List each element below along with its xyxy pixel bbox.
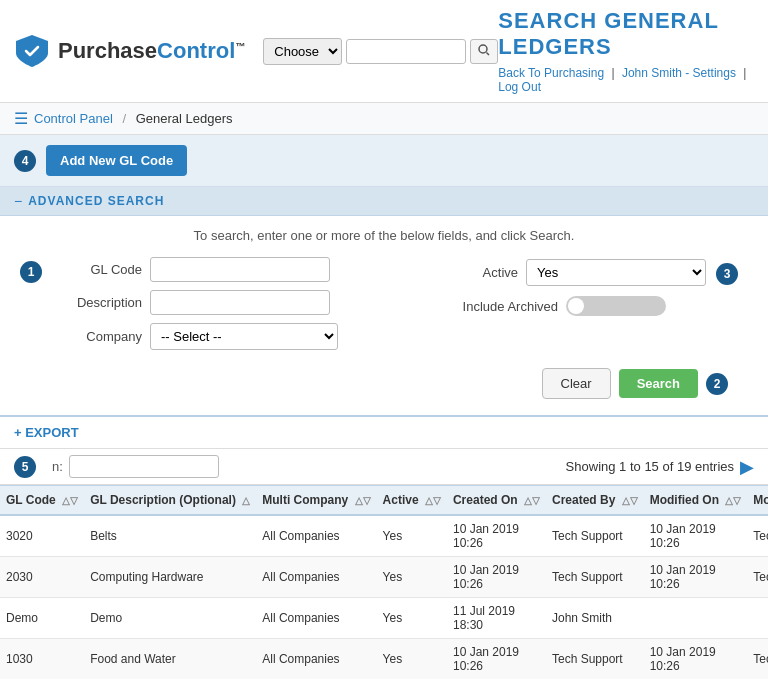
sort-icon-glcode: △▽	[62, 495, 78, 506]
add-new-gl-code-button[interactable]: Add New GL Code	[46, 145, 187, 176]
search-badge-2: 2	[706, 373, 728, 395]
col-header-createdon[interactable]: Created On △▽	[447, 486, 546, 516]
cell-createdby: Tech Support	[546, 639, 644, 680]
cell-multi: All Companies	[256, 639, 376, 680]
table-body: 3020BeltsAll CompaniesYes10 Jan 2019 10:…	[0, 515, 768, 679]
include-archived-toggle[interactable]	[566, 296, 666, 316]
cell-modifiedby: Tech Support	[747, 515, 768, 557]
breadcrumb-control-panel[interactable]: Control Panel	[34, 111, 113, 126]
col-header-createdby[interactable]: Created By △▽	[546, 486, 644, 516]
cell-createdon: 10 Jan 2019 10:26	[447, 639, 546, 680]
cell-active: Yes	[377, 515, 447, 557]
cell-glcode: 1030	[0, 639, 84, 680]
col-header-active[interactable]: Active △▽	[377, 486, 447, 516]
back-to-purchasing-link[interactable]: Back To Purchasing	[498, 66, 604, 80]
results-info: Showing 1 to 15 of 19 entries ▶	[566, 456, 754, 478]
action-bar: 4 Add New GL Code	[0, 135, 768, 187]
header-nav-links: Back To Purchasing | John Smith - Settin…	[498, 66, 754, 94]
results-search-label: n:	[52, 459, 63, 474]
cell-createdon: 11 Jul 2019 18:30	[447, 598, 546, 639]
results-badge-5: 5	[14, 456, 36, 478]
cell-desc: Computing Hardware	[84, 557, 256, 598]
export-bar: + EXPORT	[0, 417, 768, 449]
results-bar: 5 n: Showing 1 to 15 of 19 entries ▶	[0, 449, 768, 485]
include-archived-label: Include Archived	[458, 299, 558, 314]
company-select[interactable]: -- Select --	[150, 323, 338, 350]
sort-icon-desc: △	[242, 495, 250, 506]
results-table-container: GL Code △▽ GL Description (Optional) △ M…	[0, 485, 768, 679]
svg-line-1	[487, 52, 490, 55]
table-row[interactable]: 2030Computing HardwareAll CompaniesYes10…	[0, 557, 768, 598]
cell-desc: Belts	[84, 515, 256, 557]
svg-point-0	[479, 45, 487, 53]
breadcrumb-current: General Ledgers	[136, 111, 233, 126]
company-label: Company	[52, 329, 142, 344]
results-search-input[interactable]	[69, 455, 219, 478]
cell-glcode: 2030	[0, 557, 84, 598]
global-search-input[interactable]	[346, 39, 466, 64]
search-hint: To search, enter one or more of the belo…	[20, 228, 748, 243]
search-form-right: Active Yes No All Include Archived	[458, 257, 748, 358]
cell-modifiedon	[644, 598, 748, 639]
cell-modifiedon: 10 Jan 2019 10:26	[644, 639, 748, 680]
search-form-left: GL Code Description Company -- Select --	[52, 257, 428, 358]
cell-createdby: Tech Support	[546, 515, 644, 557]
search-type-dropdown[interactable]: Choose	[263, 38, 342, 65]
col-header-modifiedby[interactable]: Modified By △▽	[747, 486, 768, 516]
results-count: Showing 1 to 15 of 19 entries	[566, 459, 734, 474]
sort-icon-multi: △▽	[355, 495, 371, 506]
global-search-button[interactable]	[470, 39, 498, 64]
form-badge-3: 3	[716, 263, 738, 285]
cell-desc: Food and Water	[84, 639, 256, 680]
results-search-area: 5 n:	[14, 455, 219, 478]
cell-modifiedon: 10 Jan 2019 10:26	[644, 557, 748, 598]
form-badge-1: 1	[20, 261, 42, 283]
col-header-desc[interactable]: GL Description (Optional) △	[84, 486, 256, 516]
cell-glcode: 3020	[0, 515, 84, 557]
logo-shield-icon	[14, 33, 50, 69]
search-button[interactable]: Search	[619, 369, 698, 398]
cell-active: Yes	[377, 557, 447, 598]
description-label: Description	[52, 295, 142, 310]
sort-icon-createdon: △▽	[524, 495, 540, 506]
advanced-search-body: To search, enter one or more of the belo…	[0, 216, 768, 417]
cell-multi: All Companies	[256, 598, 376, 639]
logout-link[interactable]: Log Out	[498, 80, 541, 94]
description-input[interactable]	[150, 290, 330, 315]
sort-icon-active: △▽	[425, 495, 441, 506]
col-header-multi[interactable]: Multi Company △▽	[256, 486, 376, 516]
clear-button[interactable]: Clear	[542, 368, 611, 399]
gl-code-label: GL Code	[52, 262, 142, 277]
table-row[interactable]: DemoDemoAll CompaniesYes11 Jul 2019 18:3…	[0, 598, 768, 639]
col-header-modifiedon[interactable]: Modified On △▽	[644, 486, 748, 516]
nav-bar: ☰ Control Panel / General Ledgers	[0, 103, 768, 135]
active-select[interactable]: Yes No All	[526, 259, 706, 286]
menu-icon[interactable]: ☰	[14, 109, 28, 128]
collapse-icon: −	[14, 193, 22, 209]
table-row[interactable]: 1030Food and WaterAll CompaniesYes10 Jan…	[0, 639, 768, 680]
user-settings-link[interactable]: John Smith - Settings	[622, 66, 736, 80]
advanced-search-toggle[interactable]: − ADVANCED SEARCH	[0, 187, 768, 216]
export-link[interactable]: + EXPORT	[14, 425, 79, 440]
cell-modifiedby: Tech Support	[747, 639, 768, 680]
next-page-icon[interactable]: ▶	[740, 456, 754, 478]
table-header-row: GL Code △▽ GL Description (Optional) △ M…	[0, 486, 768, 516]
breadcrumb: Control Panel / General Ledgers	[34, 111, 232, 126]
table-row[interactable]: 3020BeltsAll CompaniesYes10 Jan 2019 10:…	[0, 515, 768, 557]
gl-code-input[interactable]	[150, 257, 330, 282]
cell-active: Yes	[377, 598, 447, 639]
cell-modifiedby	[747, 598, 768, 639]
cell-createdon: 10 Jan 2019 10:26	[447, 515, 546, 557]
col-header-glcode[interactable]: GL Code △▽	[0, 486, 84, 516]
active-label: Active	[458, 265, 518, 280]
cell-multi: All Companies	[256, 515, 376, 557]
sort-icon-createdby: △▽	[622, 495, 638, 506]
cell-desc: Demo	[84, 598, 256, 639]
cell-glcode: Demo	[0, 598, 84, 639]
add-button-badge: 4	[14, 150, 36, 172]
logo-text: PurchaseControl™	[58, 38, 245, 64]
cell-modifiedby: Tech Support	[747, 557, 768, 598]
cell-modifiedon: 10 Jan 2019 10:26	[644, 515, 748, 557]
cell-createdby: John Smith	[546, 598, 644, 639]
sort-icon-modifiedon: △▽	[725, 495, 741, 506]
